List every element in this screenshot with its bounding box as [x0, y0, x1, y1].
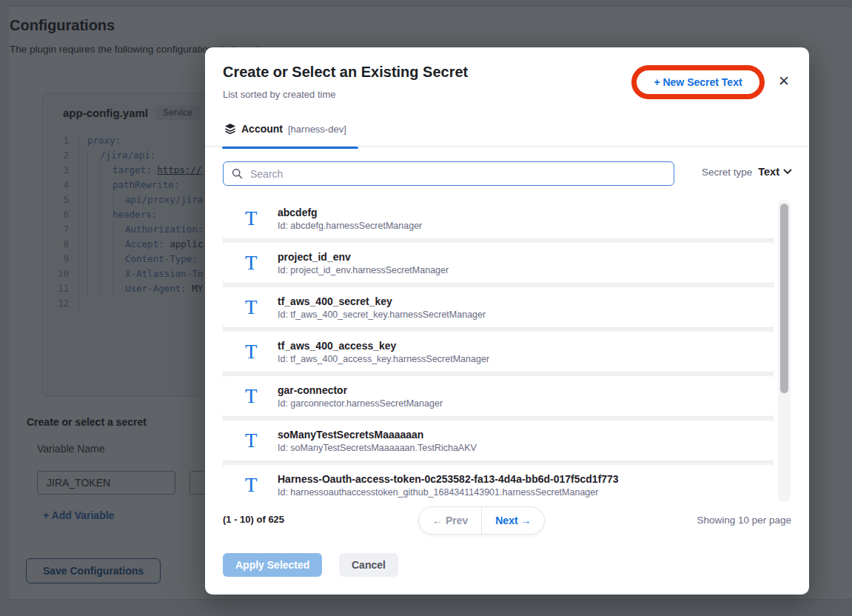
secret-list-item[interactable]: THarness-Oauth-access-token-0c253582-fa1… — [223, 465, 774, 503]
tab-account-scope: [harness-dev] — [288, 124, 346, 135]
secret-id: Id: tf_aws_400_access_key.harnessSecretM… — [278, 354, 489, 364]
secret-list-item[interactable]: TabcdefgId: abcdefg.harnessSecretManager — [223, 198, 774, 238]
tab-account[interactable]: Account [harness-dev] — [224, 123, 346, 135]
new-secret-text-button[interactable]: + New Secret Text — [654, 76, 742, 88]
search-input[interactable] — [249, 167, 674, 181]
secret-id: Id: soManyTestSecretsMaaaaaan.TestRichaA… — [278, 443, 477, 453]
secret-type-value: Text — [758, 166, 779, 178]
secret-type-label: Secret type — [702, 167, 752, 178]
scrollbar-thumb[interactable] — [780, 204, 788, 393]
text-secret-icon: T — [245, 342, 278, 362]
secret-picker-modal: Create or Select an Existing Secret List… — [205, 47, 809, 595]
list-scrollbar[interactable] — [778, 200, 791, 502]
text-secret-icon: T — [245, 386, 278, 406]
secret-name: project_id_env — [278, 251, 449, 263]
secret-list-item[interactable]: TsoManyTestSecretsMaaaaaanId: soManyTest… — [223, 421, 774, 461]
secret-list-item[interactable]: Ttf_aws_400_access_keyId: tf_aws_400_acc… — [223, 332, 774, 372]
tab-account-label: Account — [241, 123, 283, 135]
text-secret-icon: T — [245, 298, 278, 318]
cancel-button[interactable]: Cancel — [339, 553, 398, 577]
secret-name: Harness-Oauth-access-token-0c253582-fa13… — [278, 473, 619, 485]
secret-name: tf_aws_400_access_key — [278, 340, 489, 352]
per-page-label: Showing 10 per page — [697, 515, 791, 526]
secret-type-dropdown[interactable]: Text — [758, 166, 792, 178]
secret-id: Id: garconnector.harnessSecretManager — [278, 398, 443, 409]
secret-name: tf_aws_400_secret_key — [278, 295, 486, 307]
tab-bar: Account [harness-dev] — [205, 118, 809, 147]
secret-name: soManyTestSecretsMaaaaaan — [278, 429, 477, 441]
secret-list-item[interactable]: Tproject_id_envId: project_id_env.harnes… — [223, 243, 774, 283]
secret-id: Id: tf_aws_400_secret_key.harnessSecretM… — [278, 309, 486, 320]
secret-id: Id: abcdefg.harnessSecretManager — [278, 221, 422, 231]
search-icon — [232, 168, 243, 179]
layers-icon — [224, 123, 236, 135]
modal-subtitle: List sorted by created time — [223, 89, 335, 100]
red-highlight-annotation: + New Secret Text — [631, 65, 765, 99]
secret-type-filter: Secret type Text — [702, 166, 792, 178]
secret-id: Id: project_id_env.harnessSecretManager — [278, 265, 449, 275]
prev-button[interactable]: ← Prev — [419, 507, 481, 534]
pagination-range: (1 - 10) of 625 — [223, 514, 284, 525]
secret-list[interactable]: TabcdefgId: abcdefg.harnessSecretManager… — [223, 198, 774, 503]
pager: ← Prev Next → — [418, 506, 545, 535]
secret-list-item[interactable]: Tgar-connectorId: garconnector.harnessSe… — [223, 376, 774, 416]
screen: Configurations The plugin requires the f… — [0, 0, 852, 616]
next-button[interactable]: Next → — [482, 507, 544, 534]
chevron-down-icon — [783, 169, 792, 175]
search-box[interactable] — [223, 161, 674, 186]
secret-list-item[interactable]: Ttf_aws_400_secret_keyId: tf_aws_400_sec… — [223, 287, 774, 327]
text-secret-icon: T — [245, 475, 278, 495]
secret-name: gar-connector — [278, 384, 443, 396]
text-secret-icon: T — [245, 253, 278, 273]
secret-id: Id: harnessoauthaccesstoken_github_16843… — [278, 487, 619, 498]
active-tab-underline — [222, 147, 358, 149]
text-secret-icon: T — [245, 431, 278, 451]
modal-title: Create or Select an Existing Secret — [223, 64, 468, 81]
secret-name: abcdefg — [278, 207, 422, 218]
close-icon[interactable]: ✕ — [778, 74, 790, 88]
text-secret-icon: T — [245, 209, 278, 229]
apply-selected-button[interactable]: Apply Selected — [223, 553, 322, 577]
